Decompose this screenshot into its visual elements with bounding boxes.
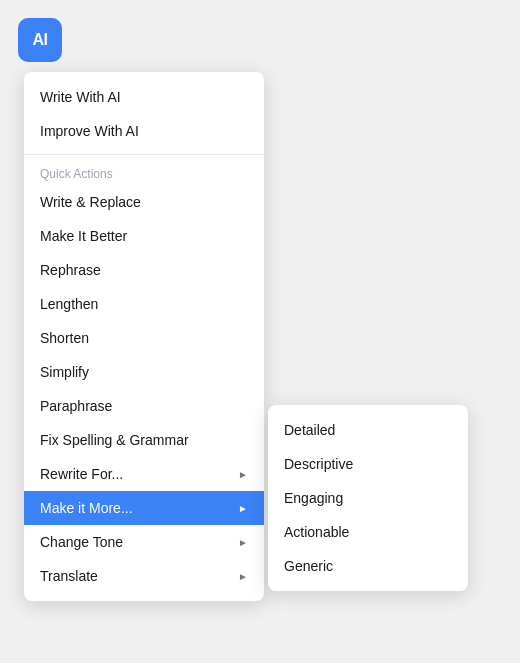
menu-item-simplify-label: Simplify: [40, 364, 89, 380]
submenu-item-descriptive[interactable]: Descriptive: [268, 447, 468, 481]
menu-item-fix-spelling[interactable]: Fix Spelling & Grammar: [24, 423, 264, 457]
make-it-more-submenu: Detailed Descriptive Engaging Actionable…: [268, 405, 468, 591]
menu-item-lengthen[interactable]: Lengthen: [24, 287, 264, 321]
menu-item-make-it-more-label: Make it More...: [40, 500, 133, 516]
submenu-item-engaging[interactable]: Engaging: [268, 481, 468, 515]
make-it-more-chevron-icon: ►: [238, 503, 248, 514]
menu-item-simplify[interactable]: Simplify: [24, 355, 264, 389]
menu-item-make-it-better-label: Make It Better: [40, 228, 127, 244]
submenu-item-engaging-label: Engaging: [284, 490, 343, 506]
menu-item-write-with-ai-label: Write With AI: [40, 89, 121, 105]
menu-item-shorten-label: Shorten: [40, 330, 89, 346]
menu-item-write-with-ai[interactable]: Write With AI: [24, 80, 264, 114]
submenu-item-generic[interactable]: Generic: [268, 549, 468, 583]
menu-item-change-tone[interactable]: Change Tone ►: [24, 525, 264, 559]
change-tone-chevron-icon: ►: [238, 537, 248, 548]
menu-item-write-replace[interactable]: Write & Replace: [24, 185, 264, 219]
menu-item-make-it-better[interactable]: Make It Better: [24, 219, 264, 253]
rewrite-for-chevron-icon: ►: [238, 469, 248, 480]
submenu-item-detailed-label: Detailed: [284, 422, 335, 438]
menu-item-shorten[interactable]: Shorten: [24, 321, 264, 355]
menu-item-improve-with-ai[interactable]: Improve With AI: [24, 114, 264, 148]
menu-item-rewrite-for[interactable]: Rewrite For... ►: [24, 457, 264, 491]
ai-app-icon[interactable]: AI: [18, 18, 62, 62]
submenu-item-actionable[interactable]: Actionable: [268, 515, 468, 549]
submenu-item-generic-label: Generic: [284, 558, 333, 574]
menu-item-rephrase[interactable]: Rephrase: [24, 253, 264, 287]
translate-chevron-icon: ►: [238, 571, 248, 582]
menu-item-make-it-more[interactable]: Make it More... ►: [24, 491, 264, 525]
submenu-item-detailed[interactable]: Detailed: [268, 413, 468, 447]
menu-item-paraphrase-label: Paraphrase: [40, 398, 112, 414]
menu-divider-top: [24, 154, 264, 155]
menu-item-translate[interactable]: Translate ►: [24, 559, 264, 593]
ai-icon-label: AI: [33, 31, 48, 49]
menu-item-change-tone-label: Change Tone: [40, 534, 123, 550]
menu-item-rephrase-label: Rephrase: [40, 262, 101, 278]
menu-item-paraphrase[interactable]: Paraphrase: [24, 389, 264, 423]
menu-item-lengthen-label: Lengthen: [40, 296, 98, 312]
menu-item-fix-spelling-label: Fix Spelling & Grammar: [40, 432, 189, 448]
menu-item-improve-with-ai-label: Improve With AI: [40, 123, 139, 139]
menu-item-translate-label: Translate: [40, 568, 98, 584]
quick-actions-label: Quick Actions: [24, 161, 264, 185]
menu-item-rewrite-for-label: Rewrite For...: [40, 466, 123, 482]
submenu-item-actionable-label: Actionable: [284, 524, 349, 540]
submenu-item-descriptive-label: Descriptive: [284, 456, 353, 472]
main-menu: Write With AI Improve With AI Quick Acti…: [24, 72, 264, 601]
menu-item-write-replace-label: Write & Replace: [40, 194, 141, 210]
